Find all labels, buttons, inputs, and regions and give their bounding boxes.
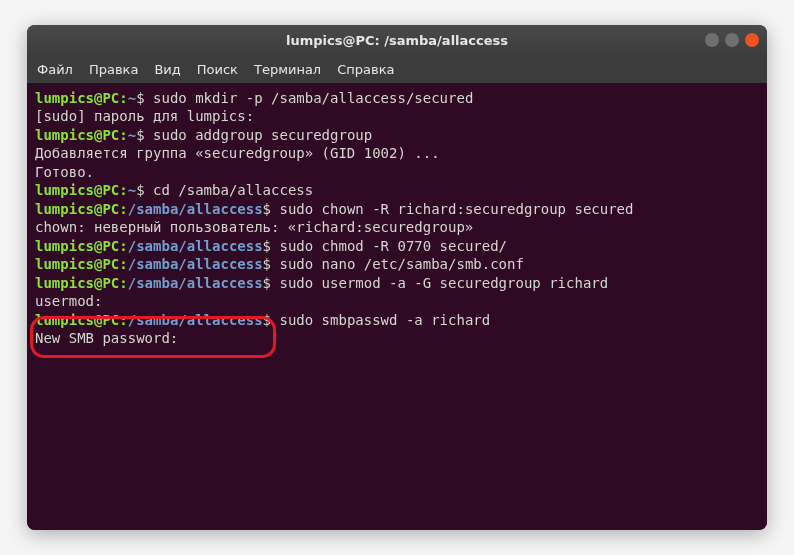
- terminal-prompt-line: lumpics@PC:~$ cd /samba/allaccess: [35, 181, 759, 199]
- prompt-dollar: $: [263, 238, 280, 254]
- minimize-button[interactable]: [705, 33, 719, 47]
- terminal-area[interactable]: lumpics@PC:~$ sudo mkdir -p /samba/allac…: [27, 83, 767, 530]
- prompt-user: lumpics@PC: [35, 201, 119, 217]
- command-text: sudo chown -R richard:securedgroup secur…: [279, 201, 633, 217]
- maximize-button[interactable]: [725, 33, 739, 47]
- terminal-output-line: Готово.: [35, 163, 759, 181]
- command-text: sudo chmod -R 0770 secured/: [279, 238, 507, 254]
- prompt-dollar: $: [263, 256, 280, 272]
- prompt-path: /samba/allaccess: [128, 238, 263, 254]
- prompt-dollar: $: [263, 201, 280, 217]
- prompt-path: /samba/allaccess: [128, 201, 263, 217]
- prompt-path: ~: [128, 127, 136, 143]
- prompt-dollar: $: [136, 182, 153, 198]
- command-text: sudo nano /etc/samba/smb.conf: [279, 256, 523, 272]
- command-text: cd /samba/allaccess: [153, 182, 313, 198]
- prompt-dollar: $: [263, 312, 280, 328]
- command-text: sudo mkdir -p /samba/allaccess/secured: [153, 90, 473, 106]
- terminal-window: lumpics@PC: /samba/allaccess Файл Правка…: [27, 25, 767, 530]
- prompt-path: /samba/allaccess: [128, 312, 263, 328]
- terminal-prompt-line: lumpics@PC:/samba/allaccess$ sudo chmod …: [35, 237, 759, 255]
- prompt-dollar: $: [136, 127, 153, 143]
- terminal-output-line: Добавляется группа «securedgroup» (GID 1…: [35, 144, 759, 162]
- terminal-prompt-line: lumpics@PC:/samba/allaccess$ sudo nano /…: [35, 255, 759, 273]
- menubar: Файл Правка Вид Поиск Терминал Справка: [27, 55, 767, 83]
- terminal-output-line: chown: неверный пользователь: «richard:s…: [35, 218, 759, 236]
- prompt-user: lumpics@PC: [35, 90, 119, 106]
- prompt-user: lumpics@PC: [35, 238, 119, 254]
- prompt-path: ~: [128, 182, 136, 198]
- window-title: lumpics@PC: /samba/allaccess: [286, 33, 508, 48]
- prompt-path: /samba/allaccess: [128, 256, 263, 272]
- prompt-user: lumpics@PC: [35, 312, 119, 328]
- menu-terminal[interactable]: Терминал: [254, 62, 321, 77]
- prompt-user: lumpics@PC: [35, 256, 119, 272]
- close-button[interactable]: [745, 33, 759, 47]
- menu-file[interactable]: Файл: [37, 62, 73, 77]
- terminal-prompt-line: lumpics@PC:~$ sudo mkdir -p /samba/allac…: [35, 89, 759, 107]
- command-text: sudo addgroup securedgroup: [153, 127, 372, 143]
- terminal-prompt-line: lumpics@PC:/samba/allaccess$ sudo usermo…: [35, 274, 759, 292]
- menu-edit[interactable]: Правка: [89, 62, 138, 77]
- prompt-user: lumpics@PC: [35, 127, 119, 143]
- menu-help[interactable]: Справка: [337, 62, 394, 77]
- terminal-output-line: usermod:: [35, 292, 759, 310]
- menu-search[interactable]: Поиск: [197, 62, 238, 77]
- prompt-dollar: $: [136, 90, 153, 106]
- terminal-prompt-line: lumpics@PC:/samba/allaccess$ sudo chown …: [35, 200, 759, 218]
- window-controls: [705, 33, 759, 47]
- prompt-path: ~: [128, 90, 136, 106]
- command-text: sudo usermod -a -G securedgroup richard: [279, 275, 608, 291]
- prompt-user: lumpics@PC: [35, 182, 119, 198]
- terminal-prompt-line: lumpics@PC:~$ sudo addgroup securedgroup: [35, 126, 759, 144]
- command-text: sudo smbpasswd -a richard: [279, 312, 490, 328]
- terminal-output-line: New SMB password:: [35, 329, 759, 347]
- terminal-prompt-line: lumpics@PC:/samba/allaccess$ sudo smbpas…: [35, 311, 759, 329]
- prompt-path: /samba/allaccess: [128, 275, 263, 291]
- prompt-dollar: $: [263, 275, 280, 291]
- prompt-user: lumpics@PC: [35, 275, 119, 291]
- menu-view[interactable]: Вид: [154, 62, 180, 77]
- titlebar[interactable]: lumpics@PC: /samba/allaccess: [27, 25, 767, 55]
- terminal-output-line: [sudo] пароль для lumpics:: [35, 107, 759, 125]
